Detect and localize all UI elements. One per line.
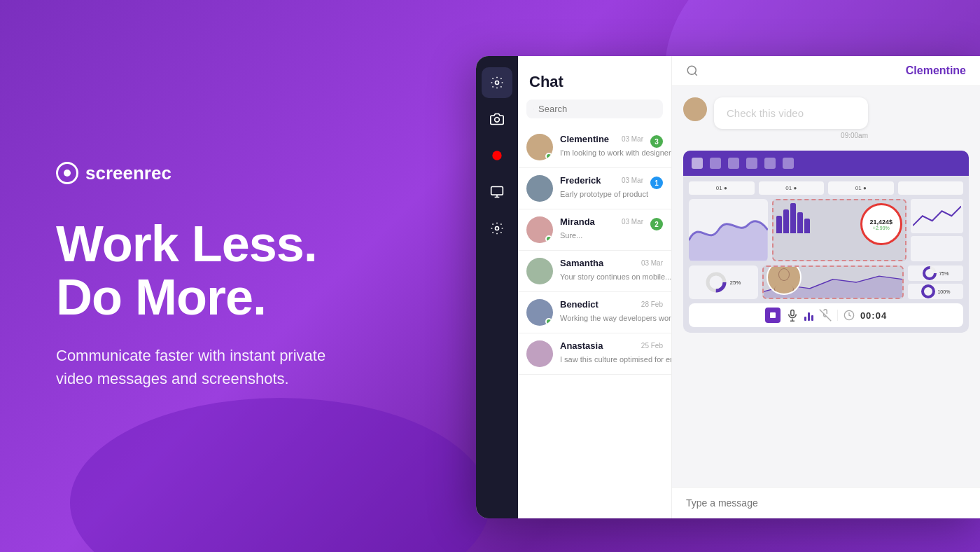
chat-date: 25 Feb xyxy=(641,342,663,350)
chat-date: 28 Feb xyxy=(641,301,663,308)
stat-cell: 01 ● xyxy=(828,181,894,195)
donut-chart: 25% xyxy=(689,265,758,299)
stat-cell: 01 ● xyxy=(759,181,825,195)
contact-name: Miranda xyxy=(560,216,595,227)
chat-list: Clementine 03 Mar I'm looking to work wi… xyxy=(518,127,671,518)
charts-row-2: 25% xyxy=(689,265,963,299)
chat-info: Frederick 03 Mar Early prototype of prod… xyxy=(560,175,643,200)
subtext: Communicate faster with instant private … xyxy=(56,344,364,390)
search-input[interactable] xyxy=(538,104,656,114)
small-chart xyxy=(911,199,963,233)
chat-header: Clementine xyxy=(672,56,980,86)
headline-line1: Work Less. xyxy=(56,216,317,272)
avatar xyxy=(526,175,553,202)
dashboard-body: 01 ● 01 ● 01 ● xyxy=(683,176,969,333)
list-item[interactable]: Anastasia 25 Feb I saw this culture opti… xyxy=(518,333,671,375)
unread-badge: 3 xyxy=(650,135,663,148)
timer-icon xyxy=(844,310,855,321)
sidebar xyxy=(476,56,518,518)
mic-icon[interactable] xyxy=(786,309,799,322)
list-item[interactable]: Benedict 28 Feb Working the way develope… xyxy=(518,292,671,333)
headline: Work Less. Do More. xyxy=(56,218,448,324)
list-item[interactable]: Miranda 03 Mar Sure... 2 xyxy=(518,209,671,251)
avatar xyxy=(526,216,553,243)
toolbar-icon xyxy=(764,158,776,169)
small-donut-2: 100% xyxy=(908,284,963,299)
svg-point-2 xyxy=(492,151,501,160)
svg-point-1 xyxy=(495,118,500,123)
list-item[interactable]: Samantha 03 Mar Your story continues on … xyxy=(518,251,671,292)
audio-bars xyxy=(804,310,813,321)
stats-row: 01 ● 01 ● 01 ● xyxy=(689,181,963,195)
svg-point-4 xyxy=(496,227,499,230)
mute-icon[interactable] xyxy=(819,309,832,322)
recording-timer: 00:04 xyxy=(860,310,887,321)
svg-point-12 xyxy=(775,282,793,291)
chat-search-bar[interactable] xyxy=(526,99,663,118)
message-row: Check this video 09:00am xyxy=(683,97,969,139)
charts-row: 21,424$ +2.99% xyxy=(689,199,963,261)
avatar xyxy=(526,258,553,284)
stat-cell xyxy=(898,181,964,195)
chat-preview: I saw this culture optimised for engine. xyxy=(560,355,671,364)
sidebar-icon-settings[interactable] xyxy=(482,67,512,98)
list-item[interactable]: Clementine 03 Mar I'm looking to work wi… xyxy=(518,127,671,168)
contact-name: Clementine xyxy=(560,134,609,144)
sidebar-icon-camera[interactable] xyxy=(482,104,512,134)
sidebar-icon-record[interactable] xyxy=(482,140,512,171)
sidebar-icon-screen[interactable] xyxy=(482,177,512,207)
logo-suffix: rec xyxy=(144,163,172,184)
contact-name: Frederick xyxy=(560,175,601,186)
svg-line-18 xyxy=(820,310,832,322)
app-mockup: Chat Clementine 03 Mar I'm looking to wo… xyxy=(476,56,980,518)
chat-preview: Working the way developers work... xyxy=(560,314,671,322)
message-list: Check this video 09:00am xyxy=(672,86,980,487)
avatar xyxy=(526,134,553,160)
recording-controls: 00:04 xyxy=(689,303,963,327)
svg-point-0 xyxy=(496,81,499,85)
contact-name-header: Clementine xyxy=(906,64,966,77)
highlight-chart: 21,424$ +2.99% xyxy=(772,199,906,261)
dashboard-preview: 01 ● 01 ● 01 ● xyxy=(683,151,969,333)
dashboard-toolbar xyxy=(683,151,969,176)
chat-preview: Your story continues on mobile... xyxy=(560,272,671,281)
chat-info: Clementine 03 Mar I'm looking to work wi… xyxy=(560,134,643,158)
avatar xyxy=(526,340,553,367)
stat-cell: 01 ● xyxy=(689,181,755,195)
svg-point-16 xyxy=(923,286,934,297)
message-time: 09:00am xyxy=(714,132,868,139)
header-search-icon[interactable] xyxy=(686,64,699,77)
message-input[interactable] xyxy=(686,497,966,509)
video-message-bubble: Check this video xyxy=(714,97,868,129)
right-charts-2: 75% 100% xyxy=(908,265,963,299)
logo-prefix: screen xyxy=(85,163,144,184)
svg-rect-17 xyxy=(791,310,794,316)
left-panel: screenrec Work Less. Do More. Communicat… xyxy=(56,0,448,552)
online-indicator xyxy=(545,235,552,242)
price-badge: 21,424$ +2.99% xyxy=(860,203,902,245)
contact-name: Benedict xyxy=(560,299,598,310)
small-chart xyxy=(911,236,963,261)
toolbar-icon xyxy=(692,158,703,169)
toolbar-icon xyxy=(783,158,794,169)
main-chat-area: Clementine Check this video 09:00am xyxy=(672,56,980,518)
price-value: 21,424$ xyxy=(870,219,893,226)
chat-info: Anastasia 25 Feb I saw this culture opti… xyxy=(560,340,663,365)
chat-date: 03 Mar xyxy=(641,259,663,267)
chat-preview: I'm looking to work with designer that..… xyxy=(560,149,671,157)
list-item[interactable]: Frederick 03 Mar Early prototype of prod… xyxy=(518,168,671,209)
svg-point-6 xyxy=(687,66,696,74)
sidebar-icon-gear[interactable] xyxy=(482,213,512,244)
search-icon xyxy=(533,104,534,114)
area-chart xyxy=(689,199,768,261)
highlight-chart-2 xyxy=(762,265,904,299)
stop-button[interactable] xyxy=(765,308,780,323)
divider xyxy=(837,310,838,321)
contact-name: Anastasia xyxy=(560,340,603,351)
message-text: Check this video xyxy=(727,107,804,119)
chat-preview: Sure... xyxy=(560,231,582,240)
toolbar-icon xyxy=(710,158,721,169)
chat-date: 03 Mar xyxy=(622,177,643,184)
toolbar-icon xyxy=(728,158,739,169)
online-indicator xyxy=(545,153,552,160)
